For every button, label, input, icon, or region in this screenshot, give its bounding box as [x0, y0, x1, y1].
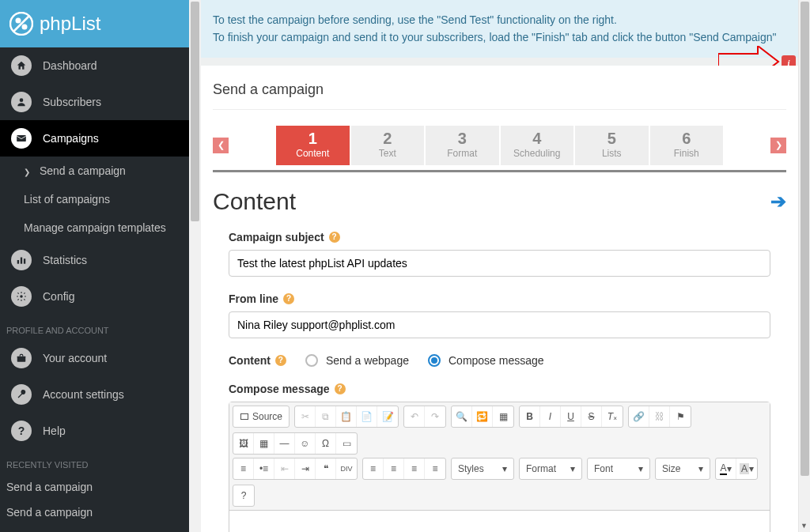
- subnav-manage-templates[interactable]: Manage campaign templates: [0, 213, 189, 242]
- editor-body[interactable]: [229, 511, 770, 532]
- wizard-divider: [213, 170, 786, 172]
- alignright-icon[interactable]: ≡: [404, 458, 425, 479]
- from-input[interactable]: [229, 311, 770, 338]
- numberedlist-icon[interactable]: ≡: [233, 458, 254, 479]
- user-icon: [11, 92, 32, 112]
- iframe-icon[interactable]: ▭: [336, 433, 357, 454]
- bulletedlist-icon[interactable]: •≡: [254, 458, 274, 479]
- about-icon[interactable]: ?: [233, 485, 254, 506]
- table-icon[interactable]: ▦: [254, 433, 274, 454]
- recent-item[interactable]: Send a campaign: [0, 474, 189, 500]
- bold-icon[interactable]: B: [520, 406, 540, 427]
- removeformat-icon[interactable]: Tₓ: [602, 406, 623, 427]
- aligncenter-icon[interactable]: ≡: [384, 458, 404, 479]
- subnav-list-campaigns[interactable]: List of campaigns: [0, 185, 189, 213]
- chevron-down-icon: ▾: [502, 463, 507, 474]
- smiley-icon[interactable]: ☺: [295, 433, 316, 454]
- paste-text-icon[interactable]: 📄: [357, 406, 377, 427]
- content-label: Content: [229, 354, 271, 367]
- undo-icon[interactable]: ↶: [404, 406, 425, 427]
- size-select[interactable]: Size▾: [655, 458, 710, 480]
- italic-icon[interactable]: I: [540, 406, 561, 427]
- nav-label: Account settings: [43, 388, 124, 401]
- svg-rect-8: [24, 258, 25, 263]
- nav-statistics[interactable]: Statistics: [0, 242, 189, 278]
- image-icon[interactable]: 🖼: [233, 433, 254, 454]
- paste-word-icon[interactable]: 📝: [377, 406, 398, 427]
- underline-icon[interactable]: U: [561, 406, 581, 427]
- wizard-prev[interactable]: ❮: [213, 138, 229, 153]
- outdent-icon[interactable]: ⇤: [274, 458, 295, 479]
- alignjustify-icon[interactable]: ≡: [425, 458, 445, 479]
- blockquote-icon[interactable]: ❝: [316, 458, 336, 479]
- wizard-step-text[interactable]: 2 Text: [351, 126, 425, 165]
- copy-icon[interactable]: ⧉: [316, 406, 336, 427]
- svg-rect-10: [17, 357, 26, 362]
- campaign-card: Send a campaign ❮ 1 Content 2 Text 3 For…: [197, 66, 802, 532]
- help-icon[interactable]: ?: [329, 232, 340, 243]
- nav-subscribers[interactable]: Subscribers: [0, 84, 189, 120]
- textcolor-icon[interactable]: A▾: [716, 458, 736, 479]
- next-arrow-icon[interactable]: ➔: [770, 191, 786, 213]
- indent-icon[interactable]: ⇥: [295, 458, 316, 479]
- nav-help[interactable]: ? Help: [0, 413, 189, 449]
- help-icon[interactable]: ?: [283, 293, 294, 304]
- nav-your-account[interactable]: Your account: [0, 340, 189, 376]
- font-select[interactable]: Font▾: [587, 458, 650, 480]
- svg-rect-12: [241, 413, 248, 419]
- wizard-step-content[interactable]: 1 Content: [276, 126, 350, 165]
- nav-campaigns[interactable]: Campaigns: [0, 120, 189, 157]
- anchor-icon[interactable]: ⚑: [670, 406, 691, 427]
- page-scrollbar-track[interactable]: ▼: [798, 0, 810, 532]
- wizard-step-scheduling[interactable]: 4 Scheduling: [501, 126, 574, 165]
- find-icon[interactable]: 🔍: [452, 406, 472, 427]
- svg-rect-5: [17, 135, 26, 141]
- subject-input[interactable]: [229, 250, 770, 277]
- link-icon[interactable]: 🔗: [629, 406, 649, 427]
- nav-dashboard[interactable]: Dashboard: [0, 47, 189, 84]
- format-select[interactable]: Format▾: [519, 458, 582, 480]
- help-icon[interactable]: ?: [335, 383, 346, 394]
- nav-label: Dashboard: [43, 59, 97, 72]
- wizard-step-lists[interactable]: 5 Lists: [575, 126, 649, 165]
- sidebar-scrollbar-track[interactable]: [189, 0, 201, 532]
- redo-icon[interactable]: ↷: [425, 406, 445, 427]
- gear-icon: [11, 286, 32, 307]
- nav-label: Statistics: [43, 254, 87, 266]
- hr-icon[interactable]: —: [274, 433, 295, 454]
- nav-config[interactable]: Config: [0, 278, 189, 315]
- selectall-icon[interactable]: ▦: [493, 406, 513, 427]
- bgcolor-icon[interactable]: A▾: [736, 458, 757, 479]
- alignleft-icon[interactable]: ≡: [363, 458, 384, 479]
- wizard-step-finish[interactable]: 6 Finish: [650, 126, 724, 165]
- svg-point-4: [20, 98, 24, 102]
- wizard-step-format[interactable]: 3 Format: [426, 126, 499, 165]
- div-icon[interactable]: DIV: [336, 458, 357, 479]
- wizard-next[interactable]: ❯: [770, 138, 786, 153]
- nav-account-settings[interactable]: Account settings: [0, 376, 189, 413]
- scroll-down-arrow-icon[interactable]: ▼: [801, 522, 808, 530]
- strike-icon[interactable]: S: [581, 406, 602, 427]
- recent-item[interactable]: Send a campaign: [0, 500, 189, 525]
- styles-select[interactable]: Styles▾: [451, 458, 514, 480]
- recent-item[interactable]: Import emails: [0, 525, 189, 532]
- rich-text-editor: Source ✂ ⧉ 📋 📄 📝 ↶ ↷: [229, 402, 770, 532]
- sidebar-scrollbar-thumb[interactable]: [191, 2, 199, 221]
- page-scrollbar-thumb[interactable]: [801, 2, 809, 476]
- subnav-send-campaign[interactable]: Send a campaign: [0, 157, 189, 185]
- unlink-icon[interactable]: ⛓: [649, 406, 670, 427]
- replace-icon[interactable]: 🔁: [472, 406, 493, 427]
- specialchar-icon[interactable]: Ω: [316, 433, 336, 454]
- field-subject: Campaign subject ?: [229, 231, 770, 277]
- brand-logo[interactable]: phpList: [0, 0, 189, 47]
- nav-label: Your account: [43, 352, 107, 364]
- source-button[interactable]: Source: [233, 406, 290, 428]
- wizard: ❮ 1 Content 2 Text 3 Format 4 Scheduling: [213, 126, 786, 165]
- help-icon[interactable]: ?: [275, 355, 286, 366]
- paste-icon[interactable]: 📋: [336, 406, 357, 427]
- svg-rect-6: [17, 260, 19, 264]
- radio-compose-message[interactable]: Compose message: [428, 354, 544, 367]
- wrench-icon: [11, 384, 32, 405]
- radio-send-webpage[interactable]: Send a webpage: [305, 354, 409, 367]
- cut-icon[interactable]: ✂: [295, 406, 316, 427]
